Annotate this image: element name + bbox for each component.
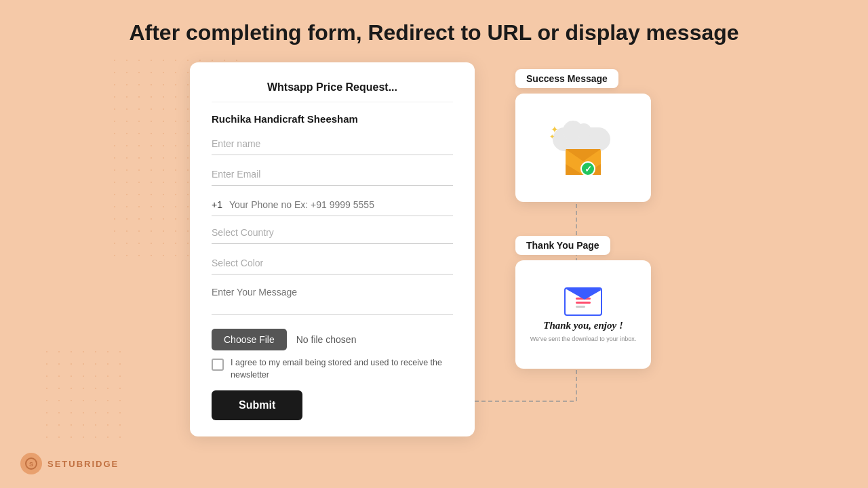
form-card: Whtsapp Price Request... Ruchika Handicr… [190,62,475,436]
ty-envelope-flap [566,289,602,300]
success-message-label: Success Message [515,69,618,88]
form-title: Whtsapp Price Request... [212,81,453,102]
cloud-bump2 [576,123,591,138]
phone-input[interactable] [229,192,453,216]
envelope-flap [566,149,601,161]
email-input[interactable] [212,162,453,186]
no-file-text: No file chosen [296,334,357,345]
country-field-row [212,220,453,247]
logo-area: S SETUBRIDGE [20,453,119,474]
choose-file-button[interactable]: Choose File [212,329,287,350]
newsletter-checkbox[interactable] [212,359,224,371]
success-message-card: ✦ ✦ ✓ [515,94,651,202]
ty-line-3 [576,306,585,308]
ty-line-2 [576,302,591,304]
thank-you-block: Thank You Page Th [515,236,678,369]
thank-you-label: Thank You Page [515,236,610,255]
thank-you-text: Thank you, enjoy ! [543,320,623,331]
checkbox-row: I agree to my email being stored and use… [212,357,453,381]
thank-you-illustration: Thank you, enjoy ! We've sent the downlo… [519,277,648,353]
svg-text:S: S [29,461,33,468]
logo-svg: S [24,457,38,470]
name-input[interactable] [212,131,453,155]
thank-you-card: Thank you, enjoy ! We've sent the downlo… [515,260,651,369]
success-message-block: Success Message ✦ ✦ [515,69,678,202]
file-row: Choose File No file chosen [212,329,453,350]
sparkle-icon-2: ✦ [549,133,555,140]
logo-icon: S [20,453,42,474]
thank-you-envelope-icon [564,287,602,316]
checkbox-label: I agree to my email being stored and use… [231,357,453,381]
check-badge-icon: ✓ [580,161,595,176]
ty-envelope-body [564,287,602,316]
submit-button[interactable]: Submit [212,390,302,420]
success-illustration: ✦ ✦ ✓ [549,121,617,175]
message-textarea[interactable] [212,281,453,315]
phone-prefix: +1 [212,192,229,216]
thank-you-sub: We've sent the download to your inbox. [530,336,637,342]
email-field-row [212,162,453,188]
dot-pattern-2 [41,346,122,447]
name-field-row [212,131,453,158]
right-side: Success Message ✦ ✦ [515,62,678,442]
color-field-row [212,251,453,277]
color-input[interactable] [212,251,453,274]
envelope-icon: ✓ [566,149,601,175]
form-subtitle: Ruchika Handicraft Sheesham [212,113,453,125]
country-input[interactable] [212,220,453,244]
message-field-row [212,281,453,322]
page-title: After completing form, Redirect to URL o… [0,0,868,59]
logo-text: SETUBRIDGE [47,459,119,469]
phone-field-row: +1 [212,192,453,216]
